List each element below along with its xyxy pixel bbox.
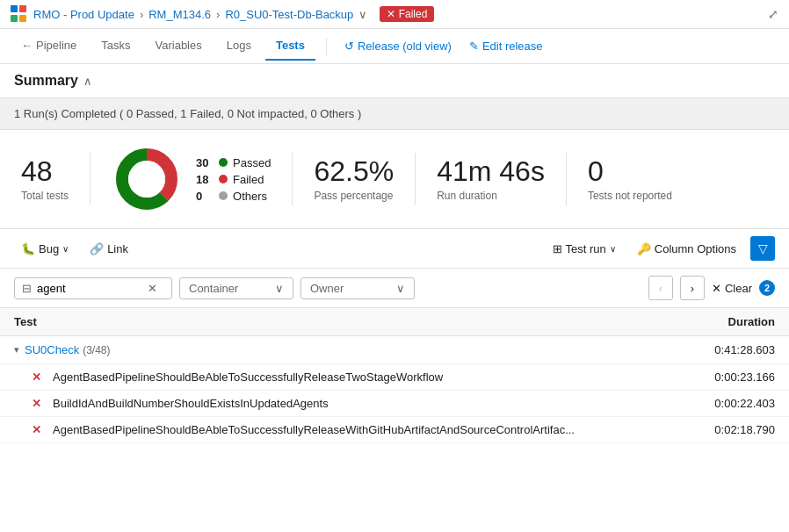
not-reported-label: Tests not reported: [588, 190, 672, 202]
test-duration-1: 0:00:22.403: [687, 397, 775, 410]
pass-percentage-stat: 62.5% Pass percentage: [314, 156, 394, 201]
filter-icon: ▽: [758, 241, 768, 255]
clear-filters-button[interactable]: ✕ Clear: [712, 282, 752, 295]
link-button[interactable]: 🔗 Link: [83, 239, 135, 259]
stat-divider-2: [292, 153, 293, 205]
summary-chevron[interactable]: ∧: [83, 75, 92, 88]
legend-passed: 30 Passed: [196, 156, 271, 169]
owner-label: Owner: [310, 282, 344, 295]
others-label: Others: [233, 190, 267, 203]
app-icon: [11, 5, 28, 23]
summary-title: Summary: [14, 73, 78, 89]
container-chevron: ∨: [275, 282, 284, 295]
toolbar: 🐛 Bug ∨ 🔗 Link ⊞ Test run ∨ 🔑 Column Opt…: [0, 229, 789, 269]
group-row-0[interactable]: ▾ SU0Check (3/48) 0:41:28.603: [0, 336, 789, 364]
total-tests-label: Total tests: [21, 190, 69, 202]
search-input[interactable]: [37, 282, 142, 295]
search-filter-icon: ⊟: [22, 282, 32, 295]
tab-tests[interactable]: Tests: [265, 32, 315, 61]
stat-divider-3: [415, 153, 416, 205]
owner-chevron: ∨: [396, 282, 405, 295]
summary-header: Summary ∧: [0, 64, 789, 98]
test-duration-2: 0:02:18.790: [687, 423, 775, 436]
search-input-wrap: ⊟ ✕: [14, 277, 172, 299]
fail-icon-1: ✕: [32, 397, 41, 410]
not-reported-number: 0: [588, 156, 604, 187]
container-label: Container: [189, 282, 238, 295]
breadcrumb-sep-2: ›: [216, 8, 220, 21]
bug-dropdown-chevron[interactable]: ∨: [62, 244, 69, 254]
expand-icon[interactable]: ⤢: [768, 7, 778, 21]
pass-percentage-number: 62.5%: [314, 156, 394, 187]
breadcrumb-item-1[interactable]: RMO - Prod Update: [33, 8, 134, 21]
breadcrumb-dropdown-chevron[interactable]: ∨: [358, 8, 367, 21]
bug-icon: 🐛: [21, 242, 35, 255]
release-view-icon: ↺: [344, 40, 354, 53]
group-duration-0: 0:41:28.603: [714, 343, 775, 356]
owner-dropdown[interactable]: Owner ∨: [300, 277, 415, 299]
test-run-icon: ⊞: [553, 242, 562, 255]
filter-count-badge: 2: [759, 280, 775, 296]
table-group-0: ▾ SU0Check (3/48) 0:41:28.603 ✕ AgentBas…: [0, 336, 789, 443]
filter-button[interactable]: ▽: [750, 236, 775, 261]
breadcrumb: RMO - Prod Update › RM_M134.6 › R0_SU0-T…: [33, 8, 367, 21]
test-row-1[interactable]: ✕ BuildIdAndBuildNumberShouldExistsInUpd…: [0, 391, 789, 417]
run-duration-number: 41m 46s: [437, 156, 545, 187]
test-status-1: ✕: [32, 397, 46, 410]
passed-count: 30: [196, 156, 214, 169]
breadcrumb-item-2[interactable]: RM_M134.6: [148, 8, 211, 21]
donut-legend: 30 Passed 18 Failed 0 Others: [196, 156, 271, 203]
back-arrow-icon: ←: [21, 39, 33, 52]
group-name-0: SU0Check: [25, 343, 79, 356]
clear-icon: ✕: [712, 282, 721, 295]
failed-label: Failed: [233, 173, 264, 186]
column-options-icon: 🔑: [637, 242, 651, 255]
edit-release-icon: ✎: [469, 40, 479, 53]
column-options-button[interactable]: 🔑 Column Options: [630, 239, 743, 259]
breadcrumb-sep-1: ›: [140, 8, 143, 21]
breadcrumb-item-3[interactable]: R0_SU0-Test-Db-Backup: [225, 8, 353, 21]
stats-row: 48 Total tests 30 Passed 18 Failed: [0, 130, 789, 229]
release-old-view-link[interactable]: ↺ Release (old view): [337, 36, 459, 56]
passed-label: Passed: [233, 156, 271, 169]
status-badge: ✕ Failed: [380, 6, 434, 22]
tab-variables[interactable]: Variables: [145, 32, 213, 61]
test-column-header: Test: [14, 315, 687, 328]
test-status-0: ✕: [32, 370, 46, 384]
bug-button[interactable]: 🐛 Bug ∨: [14, 239, 76, 259]
tab-tasks[interactable]: Tasks: [90, 32, 141, 61]
container-dropdown[interactable]: Container ∨: [179, 277, 293, 299]
nav-tabs: ← Pipeline Tasks Variables Logs Tests ↺ …: [0, 29, 789, 64]
filter-row: ⊟ ✕ Container ∨ Owner ∨ ‹ › ✕ Clear 2: [0, 269, 789, 308]
duration-column-header: Duration: [687, 315, 775, 328]
test-row-2[interactable]: ✕ AgentBasedPipelineShouldBeAbleToSucces…: [0, 417, 789, 443]
tab-logs[interactable]: Logs: [216, 32, 262, 61]
test-row-0[interactable]: ✕ AgentBasedPipelineShouldBeAbleToSucces…: [0, 364, 789, 391]
run-duration-stat: 41m 46s Run duration: [437, 156, 545, 201]
stat-divider-1: [90, 153, 90, 205]
tab-pipeline[interactable]: ← Pipeline: [11, 32, 87, 61]
edit-release-link[interactable]: ✎ Edit release: [462, 36, 550, 56]
failed-count: 18: [196, 173, 214, 186]
info-banner: 1 Run(s) Completed ( 0 Passed, 1 Failed,…: [0, 98, 789, 130]
test-name-2: AgentBasedPipelineShouldBeAbleToSuccessf…: [53, 423, 687, 436]
table-header: Test Duration: [0, 308, 789, 336]
link-icon: 🔗: [90, 242, 104, 255]
donut-chart-container: 30 Passed 18 Failed 0 Others: [112, 144, 271, 214]
fail-icon-2: ✕: [32, 423, 41, 436]
failed-dot: [219, 175, 228, 183]
prev-page-button[interactable]: ‹: [648, 276, 673, 300]
others-count: 0: [196, 190, 214, 203]
test-run-button[interactable]: ⊞ Test run ∨: [546, 239, 623, 259]
fail-icon-0: ✕: [32, 370, 41, 384]
test-run-chevron[interactable]: ∨: [610, 244, 616, 254]
test-name-0: AgentBasedPipelineShouldBeAbleToSuccessf…: [53, 370, 687, 384]
test-status-2: ✕: [32, 423, 46, 436]
legend-failed: 18 Failed: [196, 173, 271, 186]
test-name-1: BuildIdAndBuildNumberShouldExistsInUpdat…: [53, 397, 687, 410]
total-tests-stat: 48 Total tests: [21, 156, 69, 201]
group-chevron-0: ▾: [14, 344, 19, 356]
group-count-0: (3/48): [83, 344, 110, 356]
clear-search-icon[interactable]: ✕: [148, 282, 157, 295]
next-page-button[interactable]: ›: [680, 276, 705, 300]
